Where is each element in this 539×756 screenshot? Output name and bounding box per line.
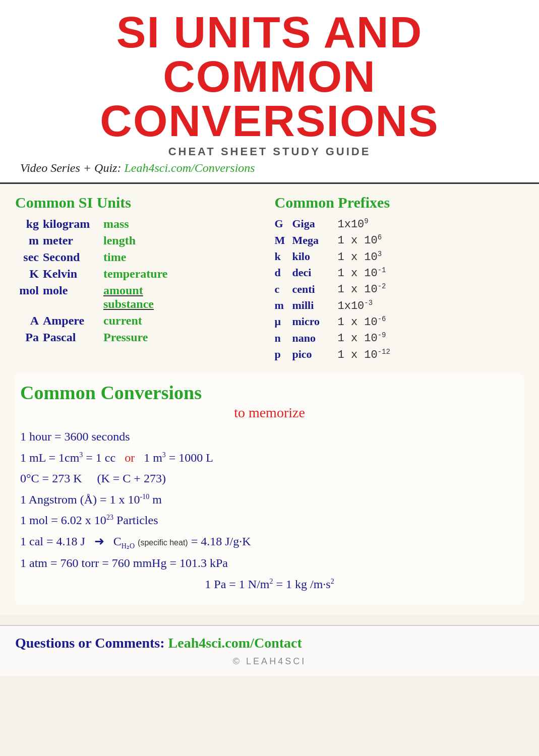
si-units-table: kg kilogram mass m meter length sec Seco… <box>15 217 265 344</box>
footer-contact-prefix: Questions or Comments: <box>15 635 168 651</box>
prefix-name-micro: micro <box>292 315 338 328</box>
two-columns: Common SI Units kg kilogram mass m meter… <box>15 194 524 364</box>
prefix-value-nano: 1 x 10-9 <box>338 331 386 345</box>
list-item: 0°C = 273 K (K = C + 273) <box>20 470 519 487</box>
prefixes-section: Common Prefixes G Giga 1x109 M Mega 1 x … <box>275 194 524 364</box>
page: SI UNITS AND COMMON CONVERSIONS CHEAT SH… <box>0 0 539 756</box>
si-measure-amount: amountsubstance <box>103 284 154 311</box>
list-item: p pico 1 x 10-12 <box>275 348 524 361</box>
prefix-symbol-c: c <box>275 283 292 296</box>
prefix-value-giga: 1x109 <box>338 217 369 231</box>
prefix-symbol-p: p <box>275 348 292 361</box>
si-abbr-sec: sec <box>15 250 43 264</box>
conversions-title: Common Conversions <box>20 382 519 404</box>
list-item: 1 hour = 3600 seconds <box>20 428 519 446</box>
table-row: m meter length <box>15 234 265 247</box>
list-item: n nano 1 x 10-9 <box>275 331 524 345</box>
header: SI UNITS AND COMMON CONVERSIONS CHEAT SH… <box>0 0 539 184</box>
prefix-value-deci: 1 x 10-1 <box>338 266 386 280</box>
si-abbr-kg: kg <box>15 217 43 231</box>
list-item: μ micro 1 x 10-6 <box>275 315 524 329</box>
prefix-value-kilo: 1 x 103 <box>338 250 382 264</box>
si-name-ampere: Ampere <box>43 314 103 328</box>
prefix-name-mega: Mega <box>292 234 338 247</box>
prefix-symbol-m: m <box>275 299 292 312</box>
conversions-subtitle: to memorize <box>20 405 519 421</box>
prefix-value-mega: 1 x 106 <box>338 233 382 247</box>
si-name-mole: mole <box>43 284 103 297</box>
si-abbr-mol: mol <box>15 284 43 297</box>
prefix-symbol-n: n <box>275 332 292 345</box>
video-series: Video Series + Quiz: Leah4sci.com/Conver… <box>20 161 519 175</box>
list-item: 1 mol = 6.02 x 1023 Particles <box>20 512 519 529</box>
prefix-value-micro: 1 x 10-6 <box>338 315 386 329</box>
si-measure-mass: mass <box>103 217 129 231</box>
prefix-value-milli: 1x10-3 <box>338 299 373 312</box>
prefix-symbol-G: G <box>275 217 292 230</box>
prefix-symbol-k: k <box>275 250 292 263</box>
table-row: sec Second time <box>15 250 265 264</box>
list-item: k kilo 1 x 103 <box>275 250 524 264</box>
si-abbr-pa: Pa <box>15 331 43 344</box>
list-item: d deci 1 x 10-1 <box>275 266 524 280</box>
table-row: mol mole amountsubstance <box>15 284 265 311</box>
table-row: K Kelvin temperature <box>15 267 265 281</box>
prefix-value-pico: 1 x 10-12 <box>338 348 390 361</box>
prefix-name-pico: pico <box>292 348 338 361</box>
si-name-kilogram: kilogram <box>43 217 103 231</box>
list-item: 1 mL = 1cm3 = 1 cc or 1 m3 = 1000 L <box>20 450 519 467</box>
si-units-title: Common SI Units <box>15 194 265 211</box>
si-name-kelvin: Kelvin <box>43 267 103 281</box>
conversions-section: Common Conversions to memorize 1 hour = … <box>15 374 524 605</box>
list-item: c centi 1 x 10-2 <box>275 282 524 296</box>
prefix-symbol-mu: μ <box>275 315 292 328</box>
footer-copyright: © LEAH4SCI <box>15 656 524 667</box>
footer: Questions or Comments: Leah4sci.com/Cont… <box>0 625 539 676</box>
prefix-table: G Giga 1x109 M Mega 1 x 106 k kilo 1 x 1… <box>275 217 524 361</box>
prefix-name-kilo: kilo <box>292 250 338 263</box>
footer-contact: Questions or Comments: Leah4sci.com/Cont… <box>15 635 524 651</box>
prefixes-title: Common Prefixes <box>275 194 524 211</box>
si-units-section: Common SI Units kg kilogram mass m meter… <box>15 194 265 364</box>
si-measure-length: length <box>103 234 136 247</box>
si-measure-pressure: Pressure <box>103 331 148 344</box>
list-item: 1 Angstrom (Å) = 1 x 10-10 m <box>20 491 519 509</box>
main-content: Common SI Units kg kilogram mass m meter… <box>0 184 539 615</box>
prefix-symbol-d: d <box>275 266 292 279</box>
si-name-meter: meter <box>43 234 103 247</box>
table-row: kg kilogram mass <box>15 217 265 231</box>
video-series-prefix: Video Series + Quiz: <box>20 161 124 174</box>
list-item: G Giga 1x109 <box>275 217 524 231</box>
prefix-name-deci: deci <box>292 266 338 279</box>
list-item: M Mega 1 x 106 <box>275 233 524 247</box>
list-item: 1 cal = 4.18 J ➜ CH₂O (specific heat) = … <box>20 533 519 551</box>
main-title-line2: COMMON CONVERSIONS <box>20 54 519 143</box>
main-title-line1: SI UNITS AND <box>20 10 519 54</box>
footer-contact-link[interactable]: Leah4sci.com/Contact <box>168 635 302 651</box>
video-series-link[interactable]: Leah4sci.com/Conversions <box>124 161 255 174</box>
si-abbr-m: m <box>15 234 43 247</box>
table-row: A Ampere current <box>15 314 265 328</box>
list-item: m milli 1x10-3 <box>275 299 524 312</box>
list-item: 1 Pa = 1 N/m2 = 1 kg /m·s2 <box>20 576 519 593</box>
si-abbr-a: A <box>15 314 43 328</box>
list-item: 1 atm = 760 torr = 760 mmHg = 101.3 kPa <box>20 555 519 572</box>
si-measure-time: time <box>103 250 126 264</box>
si-name-pascal: Pascal <box>43 331 103 344</box>
prefix-name-nano: nano <box>292 332 338 345</box>
prefix-name-giga: Giga <box>292 217 338 230</box>
si-measure-current: current <box>103 314 142 328</box>
si-abbr-k: K <box>15 267 43 281</box>
prefix-symbol-M: M <box>275 234 292 247</box>
prefix-name-centi: centi <box>292 283 338 296</box>
prefix-value-centi: 1 x 10-2 <box>338 282 386 296</box>
prefix-name-milli: milli <box>292 299 338 312</box>
table-row: Pa Pascal Pressure <box>15 331 265 344</box>
subtitle: CHEAT SHEET STUDY GUIDE <box>20 145 519 158</box>
si-name-second: Second <box>43 250 103 264</box>
si-measure-temperature: temperature <box>103 267 168 281</box>
